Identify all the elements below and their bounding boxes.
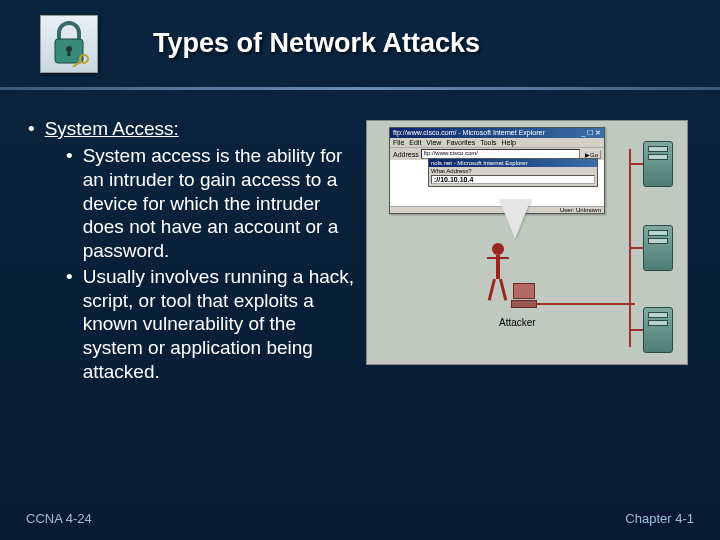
- slide-footer: CCNA 4-24 Chapter 4-1: [26, 511, 694, 526]
- inner-titlebar: nols.net - Microsoft Internet Explorer: [429, 159, 597, 167]
- svg-rect-2: [68, 49, 71, 56]
- ip-field: ://10.10.10.4: [431, 175, 595, 184]
- address-label: Address: [393, 151, 419, 158]
- footer-right: Chapter 4-1: [625, 511, 694, 526]
- server-link-2: [629, 247, 643, 249]
- padlock-key-icon: [40, 15, 98, 73]
- menu-view: View: [426, 139, 441, 146]
- window-controls: _ ☐ ✕: [581, 129, 601, 137]
- bullet-dot: •: [28, 118, 35, 140]
- inner-window: nols.net - Microsoft Internet Explorer W…: [428, 158, 598, 187]
- menu-favorites: Favorites: [446, 139, 475, 146]
- sub-bullet-list: • System access is the ability for an in…: [66, 144, 358, 384]
- footer-left: CCNA 4-24: [26, 511, 92, 526]
- browser-titlebar: ftp://www.cisco.com/ - Microsoft Interne…: [390, 128, 604, 138]
- inner-prompt: What Address?: [431, 168, 595, 174]
- browser-title-text: ftp://www.cisco.com/ - Microsoft Interne…: [393, 129, 545, 137]
- menu-file: File: [393, 139, 404, 146]
- attacker-link: [523, 303, 635, 305]
- sub-bullet-2: • Usually involves running a hack, scrip…: [66, 265, 358, 384]
- menu-edit: Edit: [409, 139, 421, 146]
- callout-tail: [499, 199, 531, 239]
- bullet-heading-row: • System Access:: [28, 118, 358, 140]
- menu-tools: Tools: [480, 139, 496, 146]
- browser-menubar: File Edit View Favorites Tools Help: [390, 138, 604, 147]
- bullet-heading: System Access:: [45, 118, 179, 140]
- attacker-pc-icon: [509, 283, 539, 309]
- browser-window: ftp://www.cisco.com/ - Microsoft Interne…: [389, 127, 605, 214]
- server-icon: [643, 141, 673, 187]
- attacker-figure-icon: [485, 243, 511, 301]
- sub-bullet-2-text: Usually involves running a hack, script,…: [83, 265, 358, 384]
- menu-help: Help: [502, 139, 516, 146]
- slide-header: Types of Network Attacks: [0, 0, 720, 90]
- bullet-dot: •: [66, 144, 73, 168]
- network-attack-illustration: ftp://www.cisco.com/ - Microsoft Interne…: [366, 120, 688, 365]
- browser-body: nols.net - Microsoft Internet Explorer W…: [390, 160, 604, 206]
- padlock-svg: [49, 21, 89, 67]
- server-icon: [643, 225, 673, 271]
- illustration-column: ftp://www.cisco.com/ - Microsoft Interne…: [366, 120, 695, 365]
- server-link-3: [629, 329, 643, 331]
- text-column: • System Access: • System access is the …: [28, 118, 358, 386]
- server-link-1: [629, 163, 643, 165]
- inner-body: What Address? ://10.10.10.4: [429, 167, 597, 186]
- sub-bullet-1-text: System access is the ability for an intr…: [83, 144, 358, 263]
- server-icon: [643, 307, 673, 353]
- slide-body: • System Access: • System access is the …: [0, 90, 720, 386]
- slide-title: Types of Network Attacks: [153, 28, 480, 59]
- attacker-label: Attacker: [499, 317, 536, 328]
- sub-bullet-1: • System access is the ability for an in…: [66, 144, 358, 263]
- browser-statusbar: User: Unknown: [390, 206, 604, 213]
- bullet-dot: •: [66, 265, 73, 289]
